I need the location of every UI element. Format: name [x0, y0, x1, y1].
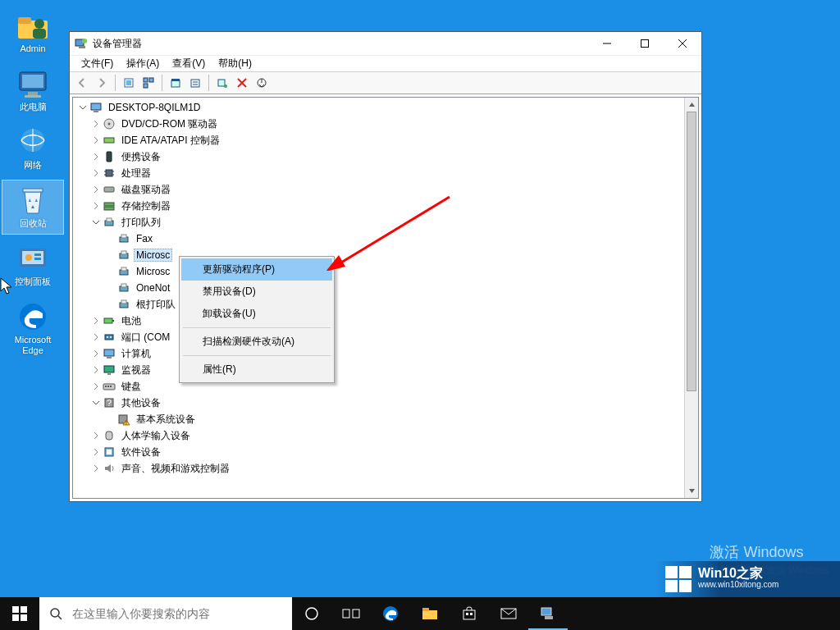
svg-rect-53 [104, 207, 114, 210]
tree-item-selected[interactable]: Microsc [75, 247, 684, 263]
taskbar-explorer-button[interactable] [410, 597, 450, 630]
chevron-right-icon[interactable] [89, 150, 103, 163]
desktop-icon-edge[interactable]: Microsoft Edge [2, 296, 64, 362]
taskbar-edge-button[interactable] [371, 597, 410, 630]
back-button[interactable] [73, 74, 91, 92]
svg-rect-68 [105, 335, 113, 340]
maximize-button[interactable] [626, 32, 664, 55]
desktop-icon-admin[interactable]: Admin [2, 5, 64, 60]
chevron-right-icon[interactable] [89, 347, 103, 360]
taskbar-device-manager-button[interactable] [528, 597, 568, 630]
tree-item[interactable]: 处理器 [75, 165, 684, 181]
printer-icon [103, 216, 116, 229]
close-button[interactable] [664, 32, 701, 55]
tree-item[interactable]: IDE ATA/ATAPI 控制器 [75, 132, 684, 148]
tree-item[interactable]: 电池 [75, 313, 684, 329]
tree-item[interactable]: 计算机 [75, 345, 684, 362]
toolbar-btn-1[interactable] [120, 74, 138, 92]
svg-rect-95 [422, 608, 429, 611]
toolbar-scan-button[interactable] [213, 74, 231, 92]
toolbar-btn-2[interactable] [139, 74, 158, 92]
computer-node-icon [103, 347, 116, 360]
scroll-down-button[interactable] [685, 484, 698, 498]
tree-item[interactable]: 根打印队 [75, 296, 684, 313]
taskbar-taskview-button[interactable] [331, 597, 371, 630]
desktop-icon-label: 回收站 [20, 218, 47, 229]
software-device-icon [103, 445, 116, 459]
toolbar-uninstall-button[interactable] [233, 74, 251, 92]
chevron-right-icon[interactable] [89, 183, 103, 196]
chevron-right-icon[interactable] [89, 134, 103, 147]
chevron-right-icon[interactable] [89, 363, 103, 377]
keyboard-icon [103, 380, 116, 393]
tree-item-other-devices[interactable]: ?其他设备 [75, 395, 684, 411]
search-input[interactable] [72, 597, 292, 630]
tree-item-print-queues[interactable]: 打印队列 [75, 214, 684, 231]
tree-item[interactable]: 软件设备 [75, 444, 684, 460]
taskbar-cortana-button[interactable] [292, 597, 331, 630]
menu-action[interactable]: 操作(A) [120, 56, 166, 71]
scroll-track[interactable] [685, 112, 698, 484]
toolbar-btn-4[interactable] [186, 74, 204, 92]
printer-icon [117, 281, 130, 294]
scroll-up-button[interactable] [685, 98, 698, 112]
chevron-right-icon[interactable] [89, 199, 103, 212]
tree-item[interactable]: !基本系统设备 [75, 411, 684, 427]
chevron-down-icon[interactable] [76, 101, 89, 114]
tree-root[interactable]: DESKTOP-8QILM1D [75, 99, 684, 116]
vertical-scrollbar[interactable] [684, 98, 698, 498]
taskbar-search[interactable] [39, 597, 292, 630]
tree-item[interactable]: DVD/CD-ROM 驱动器 [75, 116, 684, 132]
toolbar-enable-button[interactable] [253, 74, 271, 92]
desktop-icon-recycle-bin[interactable]: 回收站 [2, 180, 64, 235]
taskbar-store-button[interactable] [450, 597, 489, 630]
menu-file[interactable]: 文件(F) [75, 56, 120, 71]
taskbar-mail-button[interactable] [489, 597, 528, 630]
ctx-uninstall-device[interactable]: 卸载设备(U) [181, 303, 332, 325]
minimize-button[interactable] [588, 32, 626, 55]
chevron-right-icon[interactable] [89, 167, 103, 180]
chevron-right-icon[interactable] [89, 331, 103, 344]
chevron-right-icon[interactable] [89, 462, 103, 475]
ctx-disable-device[interactable]: 禁用设备(D) [181, 281, 332, 303]
svg-point-42 [108, 123, 111, 126]
device-tree[interactable]: DESKTOP-8QILM1D DVD/CD-ROM 驱动器 IDE ATA/A… [73, 98, 684, 498]
ctx-update-driver[interactable]: 更新驱动程序(P) [181, 258, 332, 281]
tree-item[interactable]: 键盘 [75, 378, 684, 395]
cpu-icon [103, 167, 116, 180]
chevron-down-icon[interactable] [89, 216, 103, 229]
menu-view[interactable]: 查看(V) [166, 56, 212, 71]
tree-item[interactable]: Fax [75, 231, 684, 247]
svg-rect-91 [343, 609, 349, 618]
scroll-thumb[interactable] [687, 112, 696, 391]
tree-item[interactable]: 存储控制器 [75, 198, 684, 214]
tree-item[interactable]: Microsc [75, 263, 684, 280]
chevron-right-icon[interactable] [89, 429, 103, 442]
tree-item[interactable]: 监视器 [75, 362, 684, 378]
ctx-properties[interactable]: 属性(R) [181, 358, 332, 381]
forward-button[interactable] [93, 74, 111, 92]
chevron-right-icon[interactable] [89, 117, 103, 130]
start-button[interactable] [0, 597, 39, 630]
menubar: 文件(F) 操作(A) 查看(V) 帮助(H) [70, 55, 701, 71]
chevron-right-icon[interactable] [89, 445, 103, 459]
toolbar-btn-3[interactable] [167, 74, 185, 92]
tree-item[interactable]: 人体学输入设备 [75, 427, 684, 444]
tree-item[interactable]: 便携设备 [75, 148, 684, 165]
chevron-right-icon[interactable] [89, 314, 103, 327]
tree-item[interactable]: 磁盘驱动器 [75, 181, 684, 198]
tree-item[interactable]: OneNot [75, 280, 684, 296]
tree-item[interactable]: 端口 (COM [75, 329, 684, 345]
svg-point-19 [82, 39, 87, 43]
desktop-icon-network[interactable]: 网络 [2, 121, 64, 176]
chevron-down-icon[interactable] [89, 396, 103, 409]
svg-rect-74 [107, 373, 111, 375]
chevron-right-icon[interactable] [89, 380, 103, 393]
tree-item[interactable]: 声音、视频和游戏控制器 [75, 460, 684, 477]
titlebar[interactable]: 设备管理器 [70, 32, 701, 55]
desktop-icon-label: Microsoft Edge [4, 335, 62, 356]
svg-rect-61 [121, 267, 126, 271]
menu-help[interactable]: 帮助(H) [212, 56, 258, 71]
ctx-scan-hardware[interactable]: 扫描检测硬件改动(A) [181, 331, 332, 353]
desktop-icon-this-pc[interactable]: 此电脑 [2, 63, 64, 118]
